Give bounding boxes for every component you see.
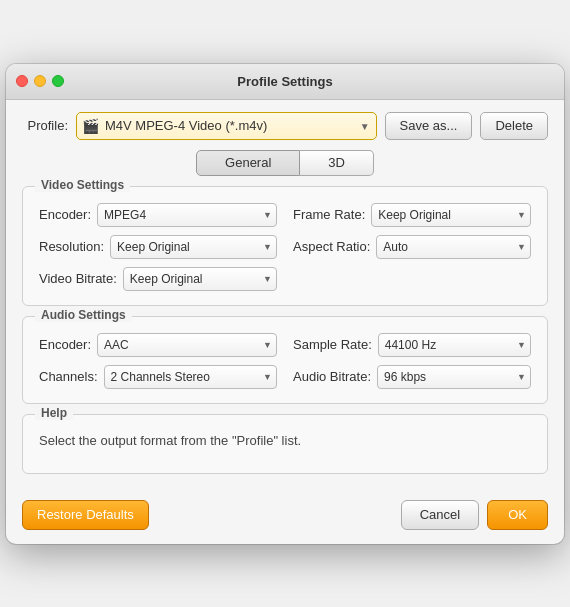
ok-button[interactable]: OK <box>487 500 548 530</box>
resolution-select-container: Keep Original ▼ <box>110 235 277 259</box>
bottom-right-buttons: Cancel OK <box>401 500 548 530</box>
frame-rate-select-container: Keep Original ▼ <box>371 203 531 227</box>
maximize-button[interactable] <box>52 75 64 87</box>
sample-rate-select[interactable]: 44100 Hz <box>378 333 531 357</box>
tabs-row: General 3D <box>22 150 548 176</box>
window-content: Profile: 🎬 M4V MPEG-4 Video (*.m4v) ▼ Sa… <box>6 100 564 490</box>
channels-row: Channels: 2 Channels Stereo ▼ <box>39 365 277 389</box>
sample-rate-select-container: 44100 Hz ▼ <box>378 333 531 357</box>
profile-settings-window: Profile Settings Profile: 🎬 M4V MPEG-4 V… <box>6 64 564 544</box>
aspect-ratio-select[interactable]: Auto <box>376 235 531 259</box>
audio-encoder-select-container: AAC ▼ <box>97 333 277 357</box>
video-settings-grid: Encoder: MPEG4 ▼ Frame Rate: Keep Origin… <box>39 203 531 291</box>
resolution-label: Resolution: <box>39 239 104 254</box>
video-bitrate-row: Video Bitrate: Keep Original ▼ <box>39 267 277 291</box>
profile-label: Profile: <box>22 118 68 133</box>
close-button[interactable] <box>16 75 28 87</box>
traffic-lights <box>16 75 64 87</box>
encoder-select[interactable]: MPEG4 <box>97 203 277 227</box>
video-bitrate-select-container: Keep Original ▼ <box>123 267 277 291</box>
frame-rate-select[interactable]: Keep Original <box>371 203 531 227</box>
restore-defaults-button[interactable]: Restore Defaults <box>22 500 149 530</box>
audio-encoder-select[interactable]: AAC <box>97 333 277 357</box>
profile-select[interactable]: M4V MPEG-4 Video (*.m4v) <box>76 112 377 140</box>
audio-encoder-label: Encoder: <box>39 337 91 352</box>
window-title: Profile Settings <box>237 74 332 89</box>
titlebar: Profile Settings <box>6 64 564 100</box>
encoder-select-container: MPEG4 ▼ <box>97 203 277 227</box>
save-as-button[interactable]: Save as... <box>385 112 473 140</box>
aspect-ratio-label: Aspect Ratio: <box>293 239 370 254</box>
video-bitrate-label: Video Bitrate: <box>39 271 117 286</box>
aspect-ratio-row: Aspect Ratio: Auto ▼ <box>293 235 531 259</box>
frame-rate-label: Frame Rate: <box>293 207 365 222</box>
tab-3d[interactable]: 3D <box>300 150 374 176</box>
encoder-row: Encoder: MPEG4 ▼ <box>39 203 277 227</box>
channels-label: Channels: <box>39 369 98 384</box>
audio-bitrate-select-container: 96 kbps ▼ <box>377 365 531 389</box>
audio-bitrate-select[interactable]: 96 kbps <box>377 365 531 389</box>
resolution-row: Resolution: Keep Original ▼ <box>39 235 277 259</box>
audio-settings-section: Audio Settings Encoder: AAC ▼ Sample Rat… <box>22 316 548 404</box>
audio-settings-title: Audio Settings <box>35 308 132 322</box>
profile-row: Profile: 🎬 M4V MPEG-4 Video (*.m4v) ▼ Sa… <box>22 112 548 140</box>
minimize-button[interactable] <box>34 75 46 87</box>
video-settings-section: Video Settings Encoder: MPEG4 ▼ Frame Ra… <box>22 186 548 306</box>
delete-button[interactable]: Delete <box>480 112 548 140</box>
channels-select[interactable]: 2 Channels Stereo <box>104 365 277 389</box>
encoder-label: Encoder: <box>39 207 91 222</box>
sample-rate-label: Sample Rate: <box>293 337 372 352</box>
audio-settings-grid: Encoder: AAC ▼ Sample Rate: 44100 Hz <box>39 333 531 389</box>
help-text: Select the output format from the "Profi… <box>39 431 531 451</box>
cancel-button[interactable]: Cancel <box>401 500 479 530</box>
video-bitrate-select[interactable]: Keep Original <box>123 267 277 291</box>
channels-select-container: 2 Channels Stereo ▼ <box>104 365 277 389</box>
sample-rate-row: Sample Rate: 44100 Hz ▼ <box>293 333 531 357</box>
audio-bitrate-row: Audio Bitrate: 96 kbps ▼ <box>293 365 531 389</box>
help-section: Help Select the output format from the "… <box>22 414 548 474</box>
frame-rate-row: Frame Rate: Keep Original ▼ <box>293 203 531 227</box>
tab-general[interactable]: General <box>196 150 300 176</box>
help-title: Help <box>35 406 73 420</box>
video-settings-title: Video Settings <box>35 178 130 192</box>
aspect-ratio-select-container: Auto ▼ <box>376 235 531 259</box>
profile-select-container: 🎬 M4V MPEG-4 Video (*.m4v) ▼ <box>76 112 377 140</box>
audio-bitrate-label: Audio Bitrate: <box>293 369 371 384</box>
bottom-bar: Restore Defaults Cancel OK <box>6 490 564 544</box>
audio-encoder-row: Encoder: AAC ▼ <box>39 333 277 357</box>
resolution-select[interactable]: Keep Original <box>110 235 277 259</box>
